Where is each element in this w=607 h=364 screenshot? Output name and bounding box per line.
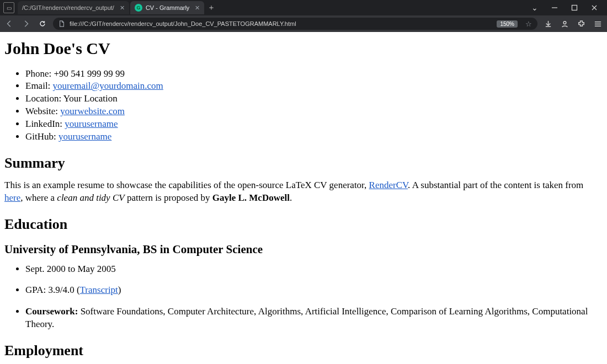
email-link[interactable]: youremail@yourdomain.com: [53, 81, 163, 91]
transcript-link[interactable]: Transcript: [80, 285, 118, 295]
summary-heading: Summary: [4, 153, 603, 173]
website-link[interactable]: yourwebsite.com: [60, 106, 125, 116]
here-link[interactable]: here: [4, 192, 20, 203]
contact-location: Location: Your Location: [25, 93, 603, 105]
address-url: file:///C:/GIT/rendercv/rendercv_output/…: [70, 20, 492, 27]
contact-phone: Phone: +90 541 999 99 99: [25, 68, 603, 81]
close-icon[interactable]: ✕: [195, 4, 200, 12]
new-tab-button[interactable]: ＋: [205, 2, 217, 14]
page-viewport[interactable]: John Doe's CV Phone: +90 541 999 99 99 E…: [0, 32, 607, 364]
zoom-chip[interactable]: 150%: [497, 20, 518, 28]
contact-email: Email: youremail@yourdomain.com: [25, 80, 603, 93]
tab-active-title: CV - Grammarly: [146, 4, 189, 11]
tabs-dropdown-button[interactable]: ⌄: [525, 1, 544, 14]
linkedin-link[interactable]: yourusername: [65, 119, 118, 129]
education-entry-heading: University of Pennsylvania, BS in Comput…: [4, 242, 603, 257]
file-icon: [58, 20, 65, 27]
employment-heading: Employment: [4, 341, 603, 360]
bookmark-star-icon[interactable]: ☆: [525, 20, 532, 28]
education-heading: Education: [4, 215, 603, 234]
nav-reload-button[interactable]: [36, 18, 49, 30]
extensions-icon[interactable]: [575, 18, 587, 30]
grammarly-favicon-icon: G: [135, 4, 142, 12]
page-title: John Doe's CV: [4, 38, 603, 60]
nav-forward-button[interactable]: [20, 18, 32, 30]
contact-github: GitHub: yourusername: [25, 131, 603, 143]
cv-document: John Doe's CV Phone: +90 541 999 99 99 E…: [0, 32, 607, 364]
menu-icon[interactable]: [592, 18, 604, 30]
education-coursework: Coursework: Software Foundations, Comput…: [25, 306, 603, 331]
close-icon[interactable]: ✕: [120, 4, 125, 12]
github-link[interactable]: yourusername: [58, 131, 111, 142]
rendercv-link[interactable]: RenderCV: [369, 180, 408, 190]
window-maximize-button[interactable]: [565, 1, 584, 14]
education-dates: Sept. 2000 to May 2005: [25, 263, 603, 276]
education-bullet-list: Sept. 2000 to May 2005 GPA: 3.9/4.0 (Tra…: [4, 263, 603, 331]
downloads-icon[interactable]: [542, 18, 554, 30]
contact-linkedin: LinkedIn: yourusername: [25, 118, 603, 131]
contact-website: Website: yourwebsite.com: [25, 105, 603, 118]
contact-list: Phone: +90 541 999 99 99 Email: youremai…: [4, 68, 603, 144]
education-gpa: GPA: 3.9/4.0 (Transcript): [25, 284, 603, 297]
svg-point-1: [563, 21, 566, 24]
summary-text: This is an example resume to showcase th…: [4, 179, 603, 205]
tab-strip: ▭ /C:/GIT/rendercv/rendercv_output/ ✕ G …: [0, 0, 607, 15]
window-close-button[interactable]: [585, 1, 604, 14]
account-icon[interactable]: [558, 18, 571, 30]
svg-rect-0: [572, 6, 577, 10]
tab-inactive[interactable]: /C:/GIT/rendercv/rendercv_output/ ✕: [18, 1, 129, 14]
tab-active[interactable]: G CV - Grammarly ✕: [130, 1, 204, 14]
browser-app-icon: ▭: [3, 2, 14, 13]
window-minimize-button[interactable]: [545, 1, 564, 14]
address-bar[interactable]: file:///C:/GIT/rendercv/rendercv_output/…: [53, 18, 537, 30]
tab-inactive-title: /C:/GIT/rendercv/rendercv_output/: [22, 4, 114, 11]
toolbar: file:///C:/GIT/rendercv/rendercv_output/…: [0, 15, 607, 32]
nav-back-button[interactable]: [3, 18, 15, 30]
